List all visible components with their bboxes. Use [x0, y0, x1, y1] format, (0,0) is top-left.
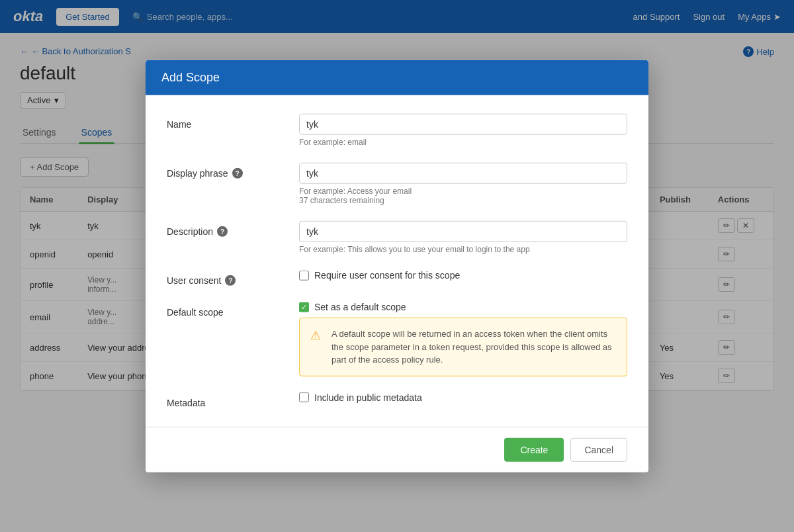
default-scope-field: ✓ Set as a default scope ⚠ A default sco… [299, 302, 627, 377]
modal-title: Add Scope [146, 60, 648, 95]
description-label: Description ? [167, 221, 299, 237]
warning-icon: ⚠ [310, 328, 324, 367]
user-consent-help-icon[interactable]: ? [225, 275, 236, 286]
add-scope-modal: Add Scope Name For example: email Displa… [146, 60, 648, 472]
user-consent-field: Require user consent for this scope [299, 270, 627, 281]
description-input[interactable] [299, 221, 627, 242]
display-phrase-input[interactable] [299, 163, 627, 184]
modal-footer: Create Cancel [146, 426, 648, 472]
display-phrase-form-row: Display phrase ? For example: Access you… [167, 163, 627, 205]
name-input[interactable] [299, 114, 627, 135]
description-help-icon[interactable]: ? [217, 226, 228, 237]
metadata-form-row: Metadata Include in public metadata [167, 392, 627, 408]
default-scope-checkbox-row: ✓ Set as a default scope [299, 302, 627, 312]
name-form-row: Name For example: email [167, 114, 627, 147]
modal-body: Name For example: email Display phrase ?… [146, 95, 648, 427]
user-consent-label: User consent ? [167, 270, 299, 286]
display-phrase-field: For example: Access your email 37 charac… [299, 163, 627, 205]
default-scope-checkbox-label: Set as a default scope [314, 302, 406, 312]
default-scope-label: Default scope [167, 302, 299, 318]
user-consent-form-row: User consent ? Require user consent for … [167, 270, 627, 286]
display-phrase-hint1: For example: Access your email [299, 187, 627, 196]
description-hint: For example: This allows you to use your… [299, 245, 627, 254]
name-field: For example: email [299, 114, 627, 147]
metadata-label: Metadata [167, 392, 299, 408]
default-scope-checked-icon: ✓ [299, 302, 309, 312]
description-field: For example: This allows you to use your… [299, 221, 627, 254]
description-form-row: Description ? For example: This allows y… [167, 221, 627, 254]
info-box-text: A default scope will be returned in an a… [331, 328, 616, 367]
user-consent-checkbox-row: Require user consent for this scope [299, 270, 627, 281]
metadata-checkbox-label: Include in public metadata [314, 392, 422, 402]
metadata-field: Include in public metadata [299, 392, 627, 402]
cancel-button[interactable]: Cancel [570, 437, 627, 461]
create-button[interactable]: Create [504, 437, 564, 461]
user-consent-checkbox-label: Require user consent for this scope [314, 270, 460, 281]
display-phrase-hint2: 37 characters remaining [299, 196, 627, 205]
metadata-checkbox-row: Include in public metadata [299, 392, 627, 402]
metadata-checkbox[interactable] [299, 392, 309, 402]
name-hint: For example: email [299, 138, 627, 147]
default-scope-form-row: Default scope ✓ Set as a default scope ⚠… [167, 302, 627, 377]
display-phrase-help-icon[interactable]: ? [232, 168, 243, 179]
name-label: Name [167, 114, 299, 130]
user-consent-checkbox[interactable] [299, 270, 309, 280]
display-phrase-label: Display phrase ? [167, 163, 299, 179]
info-box: ⚠ A default scope will be returned in an… [299, 318, 627, 377]
